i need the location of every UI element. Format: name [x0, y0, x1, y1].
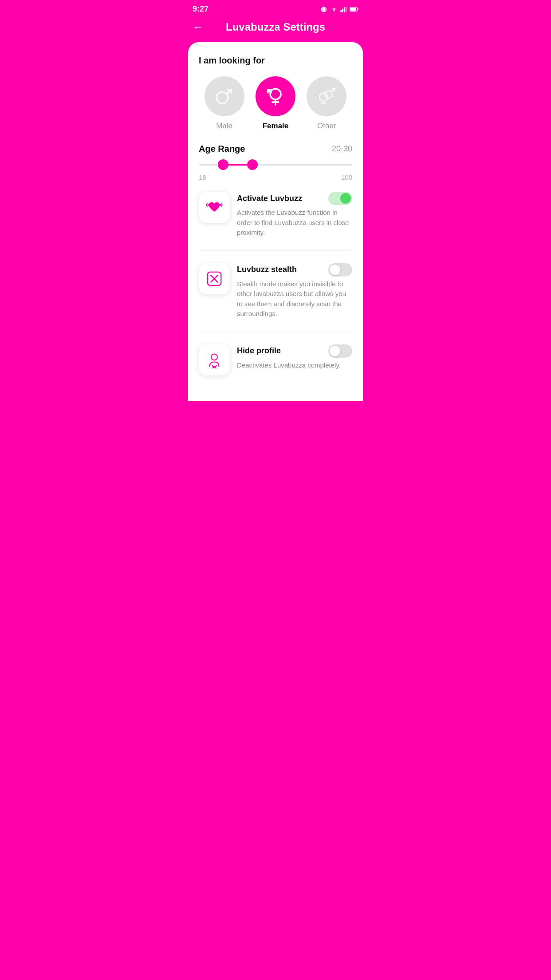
age-range-section: Age Range 20-30 18 100 — [199, 144, 352, 181]
hide-profile-desc: Deactivates Luvabuzza completely. — [237, 360, 352, 371]
activate-luvbuzz-title: Activate Luvbuzz — [237, 194, 302, 203]
gender-options: Male Female — [199, 76, 352, 130]
stealth-title: Luvbuzz stealth — [237, 265, 297, 274]
slider-thumb-right[interactable] — [247, 159, 258, 170]
activate-luvbuzz-toggle[interactable] — [328, 192, 352, 205]
stealth-icon-wrap — [199, 263, 230, 294]
heart-wave-icon — [206, 199, 223, 216]
stealth-desc: Stealth mode makes you invisible to othe… — [237, 279, 352, 319]
hide-profile-top-row: Hide profile — [237, 344, 352, 358]
hide-profile-icon — [206, 352, 223, 368]
settings-item-hide-profile: Hide profile Deactivates Luvabuzza compl… — [199, 344, 352, 375]
slider-minmax: 18 100 — [199, 174, 352, 181]
slider-min: 18 — [199, 174, 206, 181]
male-icon — [213, 85, 236, 107]
gender-circle-female — [256, 76, 295, 116]
hide-profile-toggle[interactable] — [328, 344, 352, 358]
status-icons — [320, 5, 358, 13]
looking-for-section: I am looking for Male — [199, 55, 352, 130]
stealth-top-row: Luvbuzz stealth — [237, 263, 352, 277]
back-button[interactable]: ← — [193, 22, 203, 32]
main-card: I am looking for Male — [188, 42, 363, 401]
gender-label-male: Male — [216, 122, 232, 130]
hide-profile-icon-wrap — [199, 344, 230, 375]
battery-icon — [350, 6, 358, 12]
stealth-content: Luvbuzz stealth Stealth mode makes you i… — [237, 263, 352, 319]
svg-point-31 — [211, 354, 217, 360]
svg-rect-4 — [340, 10, 342, 12]
looking-for-label: I am looking for — [199, 55, 352, 66]
activate-luvbuzz-desc: Activates the Luvabuzz function in order… — [237, 208, 352, 238]
divider-1 — [199, 250, 352, 251]
gender-label-other: Other — [317, 122, 336, 130]
slider-thumb-left[interactable] — [218, 159, 228, 170]
page-header: ← Luvabuzza Settings — [184, 16, 367, 42]
divider-2 — [199, 332, 352, 332]
status-time: 9:27 — [193, 4, 209, 14]
wifi-icon — [330, 6, 338, 12]
svg-rect-10 — [350, 8, 356, 10]
slider-track — [199, 164, 352, 166]
status-bar: 9:27 — [184, 0, 367, 16]
gender-option-male[interactable]: Male — [205, 76, 244, 130]
gender-circle-other — [307, 76, 346, 116]
gender-option-female[interactable]: Female — [256, 76, 295, 130]
gender-option-other[interactable]: Other — [307, 76, 346, 130]
stealth-icon — [206, 270, 223, 287]
activate-luvbuzz-knob — [340, 193, 351, 204]
page-title: Luvabuzza Settings — [208, 21, 343, 33]
settings-list: Activate Luvbuzz Activates the Luvabuzz … — [199, 192, 352, 375]
svg-rect-5 — [342, 8, 343, 12]
svg-rect-6 — [344, 7, 345, 12]
settings-item-activate-luvbuzz: Activate Luvbuzz Activates the Luvabuzz … — [199, 192, 352, 238]
slider-max: 100 — [341, 174, 352, 181]
svg-rect-1 — [321, 8, 322, 11]
svg-rect-0 — [322, 7, 326, 12]
signal-icon — [340, 6, 347, 12]
svg-point-3 — [334, 11, 335, 12]
svg-rect-9 — [358, 8, 358, 10]
svg-rect-7 — [346, 6, 347, 12]
svg-rect-2 — [326, 8, 327, 11]
stealth-knob — [330, 265, 340, 275]
hide-profile-knob — [330, 346, 340, 356]
female-icon — [264, 85, 287, 107]
activate-luvbuzz-content: Activate Luvbuzz Activates the Luvabuzz … — [237, 192, 352, 238]
hide-profile-content: Hide profile Deactivates Luvabuzza compl… — [237, 344, 352, 371]
activate-luvbuzz-top-row: Activate Luvbuzz — [237, 192, 352, 205]
activate-luvbuzz-icon-wrap — [199, 192, 230, 223]
age-range-value: 20-30 — [332, 144, 352, 154]
gender-label-female: Female — [263, 122, 289, 130]
settings-item-stealth: Luvbuzz stealth Stealth mode makes you i… — [199, 263, 352, 319]
stealth-toggle[interactable] — [328, 263, 352, 277]
svg-point-15 — [270, 89, 281, 99]
gender-circle-male — [205, 76, 244, 116]
vibrate-icon — [320, 5, 328, 13]
age-slider[interactable] — [199, 159, 352, 170]
other-gender-icon — [315, 85, 338, 107]
age-range-label: Age Range — [199, 144, 245, 154]
hide-profile-title: Hide profile — [237, 346, 281, 356]
